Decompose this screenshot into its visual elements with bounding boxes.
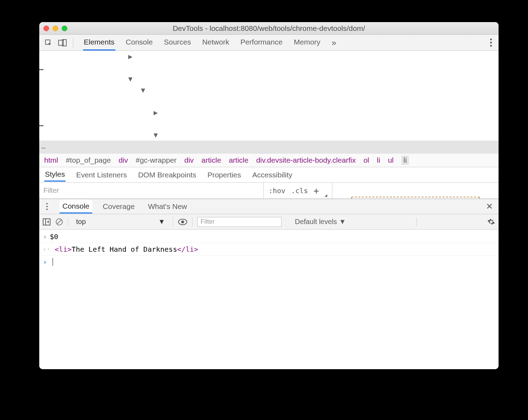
dom-tree-line[interactable]: ▼ [39,84,499,107]
more-menu-icon[interactable] [486,39,496,47]
corner-resize-icon[interactable]: ◢ [325,193,327,198]
console-input-echo: $0 [50,232,58,241]
output-text: The Left Hand of Darkness [72,245,177,253]
separator [73,38,73,48]
titlebar: DevTools - localhost:8080/web/tools/chro… [39,22,499,35]
devtools-window: DevTools - localhost:8080/web/tools/chro… [39,22,499,369]
tab-performance[interactable]: Performance [240,35,283,50]
styles-subtabs: Styles Event Listeners DOM Breakpoints P… [39,167,499,183]
console-toolbar: top ▼ Default levels ▼ [39,214,499,230]
tab-elements[interactable]: Elements [83,35,115,50]
output-tag-open: <li> [55,245,72,253]
hov-toggle[interactable]: :hov [269,187,285,195]
log-levels-label: Default levels [295,218,337,226]
drawer-tab-console[interactable]: Console [60,200,92,214]
tab-overflow-icon[interactable]: » [331,35,337,50]
new-style-rule-icon[interactable]: + [313,185,319,196]
tab-memory[interactable]: Memory [293,35,321,50]
console-sidebar-toggle-icon[interactable] [43,218,50,225]
clear-console-icon[interactable] [55,218,63,226]
console-body[interactable]: › $0 ‹· <li>The Left Hand of Darkness</l… [39,230,499,369]
breadcrumb-item[interactable]: #gc-wrapper [136,156,177,164]
breadcrumb-item[interactable]: div.devsite-article-body.clearfix [256,156,356,164]
styles-filter-input[interactable] [39,183,264,198]
breadcrumb: html#top_of_pagediv#gc-wrapperdivarticle… [39,153,499,167]
dom-tree-line[interactable]: The Left Hand of Darkness == $0 [39,141,499,153]
box-model-preview [332,183,499,198]
output-arrow-icon: ‹· [43,245,50,253]
console-filter-input[interactable] [197,217,282,227]
subtab-event-listeners[interactable]: Event Listeners [75,169,128,181]
breadcrumb-item[interactable]: li [401,156,409,165]
breadcrumb-item[interactable]: li [377,156,380,164]
subtab-styles[interactable]: Styles [44,168,66,182]
settings-gear-icon[interactable] [487,218,495,226]
cls-toggle[interactable]: .cls [291,187,308,195]
chevron-right-icon: › [43,258,50,266]
tab-console[interactable]: Console [125,35,154,50]
subtab-dom-breakpoints[interactable]: DOM Breakpoints [137,169,197,181]
breadcrumb-item[interactable]: div [119,156,128,164]
elements-dom-tree[interactable]: ▶… ▼ ▼ ▶… ▼ The Left Hand of Darkness ==… [39,51,499,153]
drawer-more-icon[interactable] [42,203,52,210]
svg-point-8 [181,221,184,223]
drawer-tabs: Console Coverage What's New ✕ [39,199,499,214]
window-title: DevTools - localhost:8080/web/tools/chro… [39,24,499,33]
console-output-row: ‹· <li>The Left Hand of Darkness</li> [39,243,499,256]
svg-rect-3 [43,219,50,225]
close-drawer-icon[interactable]: ✕ [486,202,496,211]
inspect-icon[interactable] [42,36,55,49]
log-levels-selector[interactable]: Default levels ▼ [295,218,346,226]
dropdown-arrow-icon: ▼ [158,218,165,226]
context-selector[interactable]: top ▼ [73,217,168,226]
main-tabs: Elements Console Sources Network Perform… [83,35,337,50]
chevron-right-icon: › [43,232,50,241]
console-prompt-row[interactable]: › [39,256,499,268]
console-input-row: › $0 [39,230,499,243]
breadcrumb-item[interactable]: div [184,156,194,164]
drawer-tab-whatsnew[interactable]: What's New [145,200,190,213]
dom-tree-line[interactable]: ▼ [39,73,499,84]
svg-line-6 [57,220,61,224]
main-toolbar: Elements Console Sources Network Perform… [39,35,499,51]
breadcrumb-item[interactable]: ul [388,156,393,164]
styles-toolbar: :hov .cls + ◢ [39,183,499,199]
breadcrumb-item[interactable]: #top_of_page [66,156,111,164]
tab-sources[interactable]: Sources [163,35,192,50]
breadcrumb-item[interactable]: html [44,156,58,164]
dom-tree-line[interactable]: ▶… [39,107,499,129]
subtab-accessibility[interactable]: Accessibility [251,169,293,181]
text-cursor [53,258,53,266]
subtab-properties[interactable]: Properties [207,169,242,181]
breadcrumb-item[interactable]: article [229,156,249,164]
dropdown-arrow-icon: ▼ [339,218,346,226]
dom-tree-line[interactable]: ▶… [39,51,499,73]
breadcrumb-item[interactable]: ol [364,156,369,164]
tab-network[interactable]: Network [202,35,230,50]
device-toggle-icon[interactable] [56,36,69,49]
output-tag-close: </li> [177,245,198,253]
context-label: top [76,218,86,226]
breadcrumb-item[interactable]: article [202,156,221,164]
dom-tree-line[interactable]: ▼ [39,129,499,141]
live-expression-icon[interactable] [178,219,187,225]
drawer-tab-coverage[interactable]: Coverage [100,200,137,213]
